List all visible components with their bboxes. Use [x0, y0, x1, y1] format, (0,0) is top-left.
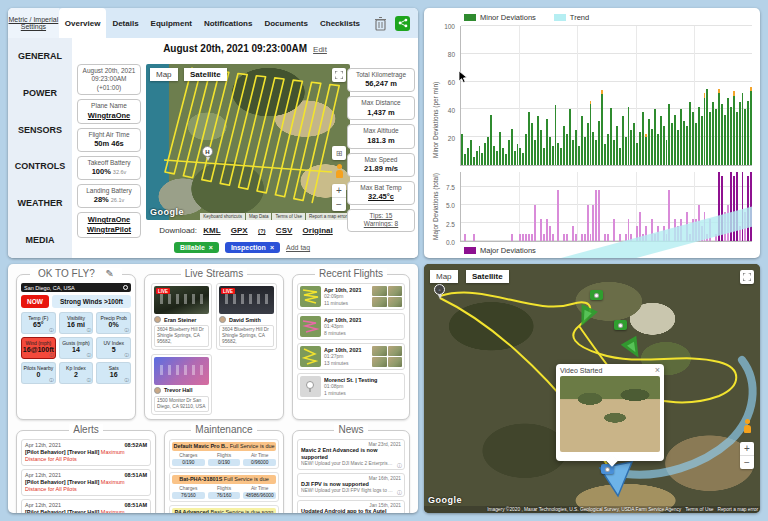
zoom-control[interactable]: +−: [740, 442, 754, 469]
pegman-icon[interactable]: [334, 164, 344, 179]
tab-documents[interactable]: Documents: [258, 8, 314, 38]
sidebar-item-weather[interactable]: WEATHER: [8, 185, 72, 222]
tab-overview[interactable]: Overview: [59, 8, 107, 38]
report-map-error-link[interactable]: Report a map error: [306, 213, 350, 220]
tile-precip[interactable]: Precip Prob0%ⓘ: [96, 312, 131, 334]
fullscreen-icon[interactable]: [332, 68, 346, 82]
photo-marker-camera-icon[interactable]: [614, 320, 627, 330]
close-icon[interactable]: ×: [655, 366, 660, 375]
flight-route-map[interactable]: H Map Satellite ⊞ +− Google Keyboard sho…: [146, 64, 350, 220]
keyboard-shortcuts-link[interactable]: Keyboard shortcuts: [200, 213, 245, 220]
zoom-in-icon[interactable]: +: [332, 184, 346, 197]
stream-card[interactable]: LIVE David Smith 3604 Blueberry Hill Dr …: [216, 283, 277, 350]
download-gpx-link[interactable]: GPX: [231, 226, 248, 235]
units-settings-link[interactable]: Metric / Imperial Settings: [8, 8, 59, 38]
map-mode-button[interactable]: Map: [430, 270, 458, 283]
news-item[interactable]: Mar 16th, 2021 DJI FPV is now supported …: [297, 473, 405, 497]
tile-visibility[interactable]: Visibility16 miⓘ: [59, 312, 94, 334]
close-icon[interactable]: ×: [209, 244, 213, 251]
video-started-popup[interactable]: Video Started ×: [556, 364, 664, 461]
trash-icon[interactable]: [374, 16, 387, 31]
gear-icon[interactable]: [123, 285, 128, 290]
tag-inspection[interactable]: Inspection×: [225, 242, 280, 253]
stream-card[interactable]: Trevor Hall 1500 Monitor Dr San Diego, C…: [151, 354, 212, 415]
stream-card[interactable]: LIVE Eran Steiner 3604 Blueberry Hill Dr…: [151, 283, 212, 350]
info-icon[interactable]: ⓘ: [87, 328, 92, 333]
maintenance-item[interactable]: Bat-PHA-31801S Full Service is due Charg…: [169, 472, 279, 502]
info-icon[interactable]: ⓘ: [397, 462, 402, 468]
satellite-mode-button[interactable]: Satellite: [184, 68, 227, 81]
sidebar-item-sensors[interactable]: SENSORS: [8, 111, 72, 148]
flight-row[interactable]: Apr 10th, 202102:09pm11 minutes: [297, 283, 405, 310]
stream-thumbnail[interactable]: [154, 357, 209, 385]
map-data-link[interactable]: Map Data: [246, 213, 272, 220]
tile-gusts[interactable]: Gusts (mph)14ⓘ: [59, 337, 94, 359]
news-item[interactable]: Jan 15th, 2021 Updated Android app to fi…: [297, 500, 405, 513]
download-original-link[interactable]: Original: [303, 226, 333, 235]
info-icon[interactable]: ⓘ: [125, 353, 130, 358]
pegman-icon[interactable]: [742, 419, 752, 434]
tab-equipment[interactable]: Equipment: [145, 8, 198, 38]
sidebar-item-controls[interactable]: CONTROLS: [8, 148, 72, 185]
zoom-out-icon[interactable]: −: [740, 456, 754, 469]
flight-row[interactable]: Apr 10th, 202101:43pm8 minutes: [297, 313, 405, 340]
share-icon[interactable]: [395, 16, 410, 31]
tab-checklists[interactable]: Checklists: [314, 8, 366, 38]
report-map-error-link[interactable]: Report a map error: [717, 507, 758, 512]
fullscreen-icon[interactable]: [740, 270, 754, 284]
news-item[interactable]: Mar 23rd, 2021 Mavic 2 Ent Advanced is n…: [297, 439, 405, 470]
stream-thumbnail[interactable]: LIVE: [219, 286, 274, 314]
sidebar-item-media[interactable]: MEDIA: [8, 221, 72, 258]
info-icon[interactable]: ⓘ: [87, 378, 92, 383]
sidebar-item-power[interactable]: POWER: [8, 75, 72, 112]
gpx-help-link[interactable]: (?): [258, 228, 266, 234]
add-tag-link[interactable]: Add tag: [286, 244, 310, 251]
download-csv-link[interactable]: CSV: [276, 226, 292, 235]
tile-pilots[interactable]: Pilots Nearby0ⓘ: [21, 362, 56, 384]
terms-of-use-link[interactable]: Terms of Use: [685, 507, 713, 512]
tile-temp[interactable]: Temp (F)65°ⓘ: [21, 312, 56, 334]
home-marker[interactable]: H: [202, 146, 213, 160]
info-icon[interactable]: ⓘ: [49, 353, 54, 358]
satellite-mode-button[interactable]: Satellite: [466, 270, 509, 283]
location-bar[interactable]: San Diego, CA, USA: [21, 283, 131, 292]
alert-item[interactable]: Apr 12th, 202108:52AM [Pilot Behavior] […: [21, 439, 151, 466]
info-icon[interactable]: ⓘ: [49, 378, 54, 383]
home-marker[interactable]: ◦: [434, 284, 445, 298]
zoom-control[interactable]: +−: [332, 184, 346, 211]
tile-sats[interactable]: Sats16ⓘ: [96, 362, 131, 384]
download-kml-link[interactable]: KML: [203, 226, 220, 235]
info-icon[interactable]: ⓘ: [125, 328, 130, 333]
alert-item[interactable]: Apr 12th, 202108:51AM [Pilot Behavior] […: [21, 499, 151, 513]
alert-item[interactable]: Apr 12th, 202108:51AM [Pilot Behavior] […: [21, 469, 151, 496]
edit-icon[interactable]: ✎: [102, 268, 118, 279]
sidebar-item-general[interactable]: GENERAL: [8, 38, 72, 75]
photo-marker-camera-icon[interactable]: [590, 290, 603, 300]
stream-thumbnail[interactable]: LIVE: [154, 286, 209, 314]
flight-row[interactable]: Apr 10th, 202101:27pm13 minutes: [297, 343, 405, 370]
tab-details[interactable]: Details: [106, 8, 144, 38]
tilt-view-icon[interactable]: ⊞: [332, 146, 346, 160]
flight-row[interactable]: Morenci St. | Testing01:08pm1 minutes: [297, 373, 405, 400]
now-button[interactable]: NOW: [21, 295, 49, 308]
tab-notifications[interactable]: Notifications: [198, 8, 258, 38]
tile-wind[interactable]: Wind (mph)16@100ftⓘ: [21, 337, 56, 359]
tile-kp[interactable]: Kp Index2ⓘ: [59, 362, 94, 384]
direction-marker[interactable]: [573, 304, 598, 330]
map-mode-button[interactable]: Map: [150, 68, 178, 81]
maintenance-item[interactable]: P4 Advanced Basic Service is due soon Fl…: [169, 505, 279, 513]
tag-billable[interactable]: Billable×: [174, 242, 219, 253]
info-icon[interactable]: ⓘ: [397, 489, 402, 495]
flight-photos[interactable]: [372, 286, 402, 307]
edit-title-link[interactable]: Edit: [313, 45, 327, 54]
video-preview-image[interactable]: [560, 376, 660, 452]
maintenance-item[interactable]: Default Mavic Pro B.. Full Service is du…: [169, 439, 279, 469]
info-icon[interactable]: ⓘ: [49, 328, 54, 333]
info-icon[interactable]: ⓘ: [125, 378, 130, 383]
zoom-in-icon[interactable]: +: [740, 442, 754, 455]
flight-playback-map[interactable]: ◦ Map Satellite +− Video Started × Googl…: [424, 264, 760, 513]
terms-of-use-link[interactable]: Terms of Use: [272, 213, 305, 220]
tile-uv[interactable]: UV Index5ⓘ: [96, 337, 131, 359]
flight-photos[interactable]: [372, 346, 402, 367]
close-icon[interactable]: ×: [270, 244, 274, 251]
